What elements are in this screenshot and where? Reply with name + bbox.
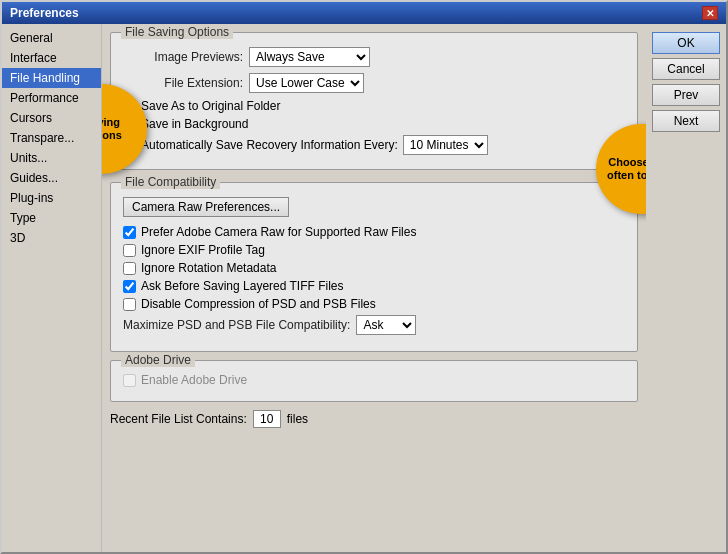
enable-adobe-drive-row: Enable Adobe Drive: [123, 373, 625, 387]
save-as-original-label: Save As to Original Folder: [141, 99, 280, 113]
next-button[interactable]: Next: [652, 110, 720, 132]
enable-adobe-drive-checkbox[interactable]: [123, 374, 136, 387]
ignore-exif-row: Ignore EXIF Profile Tag: [123, 243, 625, 257]
right-buttons-panel: OK Cancel Prev Next: [646, 24, 726, 552]
ask-before-tiff-checkbox[interactable]: [123, 280, 136, 293]
window-body: General Interface File Handling Performa…: [2, 24, 726, 552]
file-saving-section: File Saving Options Image Previews: Alwa…: [110, 32, 638, 170]
ignore-exif-checkbox[interactable]: [123, 244, 136, 257]
ignore-rotation-row: Ignore Rotation Metadata: [123, 261, 625, 275]
sidebar-item-transparency[interactable]: Transpare...: [2, 128, 101, 148]
maximize-psd-row: Maximize PSD and PSB File Compatibility:…: [123, 315, 625, 335]
prefer-adobe-checkbox[interactable]: [123, 226, 136, 239]
recent-files-row: Recent File List Contains: files: [110, 410, 638, 428]
title-bar: Preferences ✕: [2, 2, 726, 24]
auto-save-row: Automatically Save Recovery Information …: [123, 135, 625, 155]
adobe-drive-section: Adobe Drive Enable Adobe Drive: [110, 360, 638, 402]
save-as-original-checkbox[interactable]: [123, 100, 136, 113]
disable-compression-label: Disable Compression of PSD and PSB Files: [141, 297, 376, 311]
disable-compression-row: Disable Compression of PSD and PSB Files: [123, 297, 625, 311]
prefer-adobe-label: Prefer Adobe Camera Raw for Supported Ra…: [141, 225, 416, 239]
recent-files-suffix: files: [287, 412, 308, 426]
sidebar-item-performance[interactable]: Performance: [2, 88, 101, 108]
sidebar-item-cursors[interactable]: Cursors: [2, 108, 101, 128]
ask-before-tiff-row: Ask Before Saving Layered TIFF Files: [123, 279, 625, 293]
file-extension-label: File Extension:: [123, 76, 243, 90]
file-compatibility-section: File Compatibility Camera Raw Preference…: [110, 182, 638, 352]
ignore-rotation-checkbox[interactable]: [123, 262, 136, 275]
auto-save-label: Automatically Save Recovery Information …: [141, 138, 398, 152]
sidebar-item-units[interactable]: Units...: [2, 148, 101, 168]
adobe-drive-title: Adobe Drive: [121, 353, 195, 367]
sidebar-item-plugins[interactable]: Plug-ins: [2, 188, 101, 208]
camera-raw-preferences-button[interactable]: Camera Raw Preferences...: [123, 197, 289, 217]
image-previews-label: Image Previews:: [123, 50, 243, 64]
maximize-psd-label: Maximize PSD and PSB File Compatibility:: [123, 318, 350, 332]
ask-before-tiff-label: Ask Before Saving Layered TIFF Files: [141, 279, 344, 293]
save-in-background-label: Save in Background: [141, 117, 248, 131]
file-saving-title: File Saving Options: [121, 25, 233, 39]
auto-save-checkbox[interactable]: [123, 139, 136, 152]
enable-adobe-drive-label: Enable Adobe Drive: [141, 373, 247, 387]
file-extension-select[interactable]: Use Lower Case Use Upper Case: [249, 73, 364, 93]
save-as-original-row: Save As to Original Folder: [123, 99, 625, 113]
cancel-button[interactable]: Cancel: [652, 58, 720, 80]
main-content: Saving options Choose howoften to save F…: [102, 24, 646, 552]
recent-files-input[interactable]: [253, 410, 281, 428]
image-previews-select[interactable]: Always Save Never Save Ask When Saving: [249, 47, 370, 67]
sidebar-item-interface[interactable]: Interface: [2, 48, 101, 68]
prefer-adobe-row: Prefer Adobe Camera Raw for Supported Ra…: [123, 225, 625, 239]
save-in-background-checkbox[interactable]: [123, 118, 136, 131]
preferences-window: Preferences ✕ General Interface File Han…: [0, 0, 728, 554]
sidebar: General Interface File Handling Performa…: [2, 24, 102, 552]
sidebar-item-general[interactable]: General: [2, 28, 101, 48]
sidebar-item-guides[interactable]: Guides...: [2, 168, 101, 188]
maximize-psd-select[interactable]: Ask Always Never: [356, 315, 416, 335]
disable-compression-checkbox[interactable]: [123, 298, 136, 311]
ignore-exif-label: Ignore EXIF Profile Tag: [141, 243, 265, 257]
close-button[interactable]: ✕: [702, 6, 718, 20]
prev-button[interactable]: Prev: [652, 84, 720, 106]
save-in-background-row: Save in Background: [123, 117, 625, 131]
image-previews-row: Image Previews: Always Save Never Save A…: [123, 47, 625, 67]
sidebar-item-3d[interactable]: 3D: [2, 228, 101, 248]
window-title: Preferences: [10, 6, 79, 20]
sidebar-item-type[interactable]: Type: [2, 208, 101, 228]
auto-save-select[interactable]: 5 Minutes 10 Minutes 15 Minutes 30 Minut…: [403, 135, 488, 155]
sidebar-item-file-handling[interactable]: File Handling: [2, 68, 101, 88]
file-extension-row: File Extension: Use Lower Case Use Upper…: [123, 73, 625, 93]
ok-button[interactable]: OK: [652, 32, 720, 54]
file-compatibility-title: File Compatibility: [121, 175, 220, 189]
recent-files-label: Recent File List Contains:: [110, 412, 247, 426]
ignore-rotation-label: Ignore Rotation Metadata: [141, 261, 276, 275]
